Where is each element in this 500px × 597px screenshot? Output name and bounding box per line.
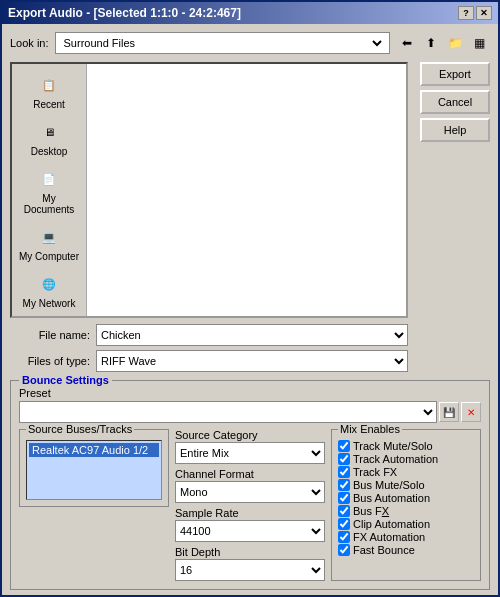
window-content: Look in: Surround Files ⬅ ⬆ 📁 ▦ 📋 xyxy=(2,24,498,595)
preset-row: 💾 ✕ xyxy=(19,401,481,423)
bit-depth-label: Bit Depth xyxy=(175,546,325,558)
bus-mute-solo-checkbox[interactable] xyxy=(338,479,350,491)
bus-automation-checkbox[interactable] xyxy=(338,492,350,504)
toolbar-icons: ⬅ ⬆ 📁 ▦ xyxy=(396,32,490,54)
window-title: Export Audio - [Selected 1:1:0 - 24:2:46… xyxy=(8,6,241,20)
track-automation-label: Track Automation xyxy=(353,453,438,465)
my-computer-icon: 💻 xyxy=(33,223,65,251)
up-icon[interactable]: ⬆ xyxy=(420,32,442,54)
back-icon[interactable]: ⬅ xyxy=(396,32,418,54)
help-title-btn[interactable]: ? xyxy=(458,6,474,20)
mix-fx-automation: FX Automation xyxy=(338,531,474,543)
clip-automation-checkbox[interactable] xyxy=(338,518,350,530)
my-computer-label: My Computer xyxy=(19,251,79,262)
my-network-label: My Network xyxy=(23,298,76,309)
mix-clip-automation: Clip Automation xyxy=(338,518,474,530)
fx-automation-checkbox[interactable] xyxy=(338,531,350,543)
source-category-dropdown[interactable]: Entire Mix Track xyxy=(175,442,325,464)
new-folder-icon[interactable]: 📁 xyxy=(444,32,466,54)
look-in-select-wrapper[interactable]: Surround Files xyxy=(55,32,390,54)
source-list-item[interactable]: Realtek AC97 Audio 1/2 xyxy=(29,443,159,457)
files-of-type-dropdown[interactable]: RIFF Wave xyxy=(96,350,408,372)
mix-track-automation: Track Automation xyxy=(338,453,474,465)
export-button[interactable]: Export xyxy=(420,62,490,86)
mix-track-mute-solo: Track Mute/Solo xyxy=(338,440,474,452)
source-buses-title: Source Buses/Tracks xyxy=(26,423,134,435)
bus-fx-checkbox[interactable] xyxy=(338,505,350,517)
look-in-dropdown[interactable]: Surround Files xyxy=(60,36,385,50)
file-browser-area: 📋 Recent 🖥 Desktop 📄 My Documents 💻 My C… xyxy=(10,62,490,318)
middle-column: Source Category Entire Mix Track Channel… xyxy=(175,429,325,581)
preset-section: Preset 💾 ✕ xyxy=(19,387,481,423)
my-network-icon: 🌐 xyxy=(33,270,65,298)
preset-save-btn[interactable]: 💾 xyxy=(439,402,459,422)
recent-label: Recent xyxy=(33,99,65,110)
bit-depth-section: Bit Depth 16 24 32 xyxy=(175,546,325,581)
nav-my-network[interactable]: 🌐 My Network xyxy=(15,267,83,312)
file-name-row: File name: Chicken Files of type: RIFF W… xyxy=(10,324,490,372)
preset-dropdown[interactable] xyxy=(19,401,437,423)
cancel-button[interactable]: Cancel xyxy=(420,90,490,114)
file-browser: 📋 Recent 🖥 Desktop 📄 My Documents 💻 My C… xyxy=(10,62,408,318)
sample-rate-section: Sample Rate 44100 48000 96000 xyxy=(175,507,325,542)
my-documents-label: My Documents xyxy=(18,193,80,215)
mix-bus-fx: Bus FX xyxy=(338,505,474,517)
track-mute-solo-checkbox[interactable] xyxy=(338,440,350,452)
bounce-settings-title: Bounce Settings xyxy=(19,374,112,386)
channel-format-label: Channel Format xyxy=(175,468,325,480)
preset-delete-btn[interactable]: ✕ xyxy=(461,402,481,422)
source-category-label: Source Category xyxy=(175,429,325,441)
bottom-area: Source Buses/Tracks Realtek AC97 Audio 1… xyxy=(19,429,481,581)
bounce-settings: Bounce Settings Preset 💾 ✕ Source xyxy=(10,380,490,590)
fast-bounce-checkbox[interactable] xyxy=(338,544,350,556)
nav-recent[interactable]: 📋 Recent xyxy=(15,68,83,113)
source-buses-section: Source Buses/Tracks Realtek AC97 Audio 1… xyxy=(19,429,169,581)
channel-format-dropdown[interactable]: Mono Stereo xyxy=(175,481,325,503)
clip-automation-label: Clip Automation xyxy=(353,518,430,530)
preset-label: Preset xyxy=(19,387,481,399)
title-bar: Export Audio - [Selected 1:1:0 - 24:2:46… xyxy=(2,2,498,24)
file-name-label: File name: xyxy=(10,329,90,341)
file-name-input[interactable]: Chicken xyxy=(96,324,408,346)
mix-enables-title: Mix Enables xyxy=(338,423,402,435)
sample-rate-label: Sample Rate xyxy=(175,507,325,519)
sample-rate-dropdown[interactable]: 44100 48000 96000 xyxy=(175,520,325,542)
mix-enables-group: Mix Enables Track Mute/Solo Track Automa… xyxy=(331,429,481,581)
track-fx-checkbox[interactable] xyxy=(338,466,350,478)
mix-bus-mute-solo: Bus Mute/Solo xyxy=(338,479,474,491)
track-fx-label: Track FX xyxy=(353,466,397,478)
bus-mute-solo-label: Bus Mute/Solo xyxy=(353,479,425,491)
nav-my-computer[interactable]: 💻 My Computer xyxy=(15,220,83,265)
track-automation-checkbox[interactable] xyxy=(338,453,350,465)
files-of-type-label: Files of type: xyxy=(10,355,90,367)
channel-format-section: Channel Format Mono Stereo xyxy=(175,468,325,503)
look-in-label: Look in: xyxy=(10,37,49,49)
nav-desktop[interactable]: 🖥 Desktop xyxy=(15,115,83,160)
mix-enables-list: Track Mute/Solo Track Automation Track F… xyxy=(338,440,474,556)
look-in-row: Look in: Surround Files ⬅ ⬆ 📁 ▦ xyxy=(10,32,490,54)
fast-bounce-label: Fast Bounce xyxy=(353,544,415,556)
file-fields: File name: Chicken Files of type: RIFF W… xyxy=(10,324,408,372)
fx-automation-label: FX Automation xyxy=(353,531,425,543)
mix-fast-bounce: Fast Bounce xyxy=(338,544,474,556)
bit-depth-dropdown[interactable]: 16 24 32 xyxy=(175,559,325,581)
my-documents-icon: 📄 xyxy=(33,165,65,193)
left-nav-panel: 📋 Recent 🖥 Desktop 📄 My Documents 💻 My C… xyxy=(12,64,87,316)
track-mute-solo-label: Track Mute/Solo xyxy=(353,440,433,452)
title-bar-buttons: ? ✕ xyxy=(458,6,492,20)
desktop-label: Desktop xyxy=(31,146,68,157)
action-buttons: Export Cancel Help xyxy=(420,62,490,318)
nav-my-documents[interactable]: 📄 My Documents xyxy=(15,162,83,218)
export-audio-window: Export Audio - [Selected 1:1:0 - 24:2:46… xyxy=(0,0,500,597)
source-buses-group: Source Buses/Tracks Realtek AC97 Audio 1… xyxy=(19,429,169,507)
close-title-btn[interactable]: ✕ xyxy=(476,6,492,20)
mix-bus-automation: Bus Automation xyxy=(338,492,474,504)
view-icon[interactable]: ▦ xyxy=(468,32,490,54)
desktop-icon: 🖥 xyxy=(33,118,65,146)
source-list[interactable]: Realtek AC97 Audio 1/2 xyxy=(26,440,162,500)
help-button[interactable]: Help xyxy=(420,118,490,142)
bus-fx-label: Bus FX xyxy=(353,505,389,517)
recent-icon: 📋 xyxy=(33,71,65,99)
source-category-section: Source Category Entire Mix Track xyxy=(175,429,325,464)
file-area xyxy=(87,64,406,316)
